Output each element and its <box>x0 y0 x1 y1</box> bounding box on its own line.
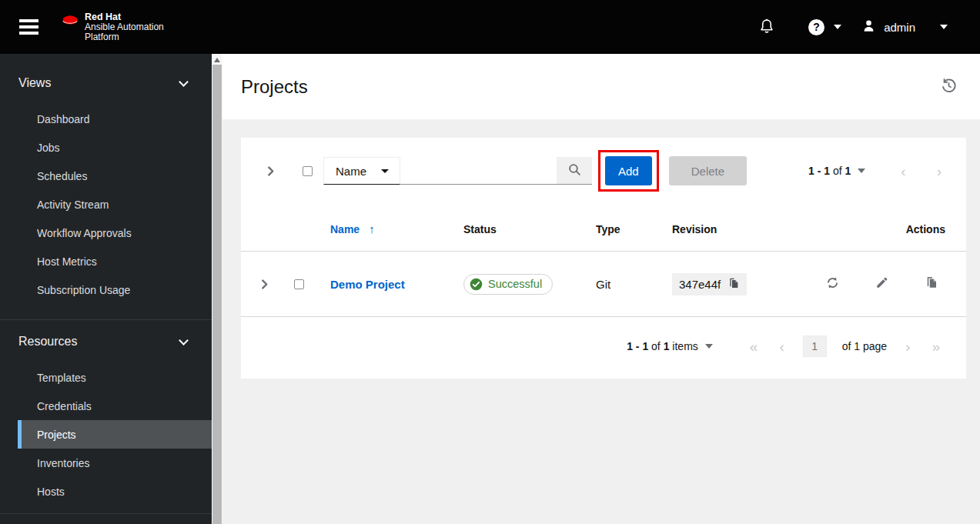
column-header-name[interactable]: Name ↑ <box>330 222 463 235</box>
row-actions <box>813 275 966 292</box>
page-of-label: of 1 page <box>842 340 887 352</box>
items-per-page-dropdown[interactable]: 1 - 1 of 1 items <box>627 340 713 352</box>
sidebar-item-jobs[interactable]: Jobs <box>18 133 212 162</box>
section-label: Views <box>18 76 51 90</box>
first-page-button[interactable]: « <box>747 339 761 354</box>
help-menu-button[interactable]: ? <box>808 19 841 35</box>
angle-right-icon: › <box>937 163 942 179</box>
angle-left-icon: ‹ <box>901 163 905 179</box>
sidebar-section-resources[interactable]: Resources <box>0 326 212 357</box>
add-button[interactable]: Add <box>605 156 652 185</box>
content-area: Name Add Delete 1 - 1 <box>222 119 980 524</box>
brand-logo: Red Hat Ansible Automation Platform <box>60 12 164 42</box>
column-header-type: Type <box>596 223 672 235</box>
top-pagination: 1 - 1 of 1 ‹ › <box>808 164 945 179</box>
sidebar-item-dashboard[interactable]: Dashboard <box>18 105 212 133</box>
table-row: Demo Project Successful Git <box>241 252 966 317</box>
last-page-button[interactable]: » <box>928 339 943 354</box>
bottom-pagination: 1 - 1 of 1 items « ‹ 1 of 1 page › » <box>241 317 966 379</box>
sidebar-item-credentials[interactable]: Credentials <box>18 392 212 420</box>
history-icon <box>941 85 957 96</box>
project-name-link[interactable]: Demo Project <box>330 278 405 291</box>
sidebar-item-activity-stream[interactable]: Activity Stream <box>18 190 212 219</box>
masthead: Red Hat Ansible Automation Platform ? <box>0 0 980 54</box>
prev-page-button[interactable]: ‹ <box>776 339 787 354</box>
notifications-button[interactable] <box>759 18 774 37</box>
brand-name: Red Hat <box>85 12 164 22</box>
redhat-hat-icon <box>60 12 80 30</box>
search-button[interactable] <box>557 157 592 185</box>
angle-left-icon: ‹ <box>779 339 784 355</box>
current-page-input[interactable]: 1 <box>803 335 827 357</box>
section-label: Resources <box>18 335 77 349</box>
sync-project-button[interactable] <box>825 275 840 292</box>
sidebar-item-hosts[interactable]: Hosts <box>18 477 212 506</box>
sidebar-item-subscription-usage[interactable]: Subscription Usage <box>18 275 212 304</box>
copy-project-button[interactable] <box>925 275 938 292</box>
sidebar-divider <box>0 513 212 514</box>
sidebar-section-views[interactable]: Views <box>0 68 212 98</box>
sidebar-item-projects[interactable]: Projects <box>18 420 212 449</box>
caret-down-icon <box>705 344 713 349</box>
page-title: Projects <box>241 76 308 98</box>
select-all-checkbox[interactable] <box>303 166 313 176</box>
sync-icon <box>825 275 840 292</box>
expand-all-button[interactable] <box>253 157 287 185</box>
history-button[interactable] <box>941 78 957 96</box>
chevron-down-icon <box>179 77 189 87</box>
column-header-actions: Actions <box>813 223 966 235</box>
bell-icon <box>759 18 774 37</box>
delete-button[interactable]: Delete <box>669 156 747 185</box>
copy-revision-button[interactable] <box>727 277 740 292</box>
row-checkbox[interactable] <box>294 279 304 289</box>
chevron-down-icon <box>179 335 189 345</box>
filter-key-dropdown[interactable]: Name <box>323 157 400 185</box>
list-toolbar: Name Add Delete 1 - 1 <box>241 138 966 204</box>
status-badge[interactable]: Successful <box>463 274 553 295</box>
chevron-down-icon <box>940 25 948 29</box>
copy-icon <box>925 275 938 292</box>
next-page-button[interactable]: › <box>934 164 945 179</box>
sidebar-item-inventories[interactable]: Inventories <box>18 449 212 477</box>
sidebar-divider <box>0 319 212 320</box>
scrollbar-up-arrow[interactable] <box>214 58 220 62</box>
brand-line2: Ansible Automation <box>85 22 164 32</box>
scrollbar-thumb[interactable] <box>212 65 222 524</box>
sidebar-item-host-metrics[interactable]: Host Metrics <box>18 247 212 275</box>
chevron-down-icon <box>834 25 841 29</box>
user-icon <box>861 18 876 35</box>
status-label: Successful <box>488 278 542 290</box>
angle-double-right-icon: » <box>932 339 940 355</box>
user-menu-button[interactable]: admin <box>861 18 948 35</box>
row-expand-button[interactable] <box>253 270 275 298</box>
filter-key-label: Name <box>336 165 366 178</box>
sidebar-item-workflow-approvals[interactable]: Workflow Approvals <box>18 219 212 247</box>
pagination-items-label: items <box>669 340 697 352</box>
brand-line3: Platform <box>85 32 164 42</box>
caret-down-icon <box>858 169 865 173</box>
edit-project-button[interactable] <box>875 275 889 292</box>
pagination-total: 1 <box>845 165 851 177</box>
content-scrollbar[interactable] <box>212 54 222 524</box>
user-name: admin <box>884 21 915 34</box>
next-page-button[interactable]: › <box>902 339 913 354</box>
table-header-row: Name ↑ Status Type Revision Actions <box>241 204 966 252</box>
page-header: Projects <box>222 54 980 119</box>
nav-toggle-button[interactable] <box>11 12 46 42</box>
angle-double-left-icon: « <box>750 339 758 355</box>
project-type: Git <box>596 278 672 291</box>
pagination-range: 1 - 1 <box>808 165 830 177</box>
sidebar-item-templates[interactable]: Templates <box>18 363 212 392</box>
prev-page-button[interactable]: ‹ <box>898 164 908 179</box>
sidebar-nav: Views Dashboard Jobs Schedules Activity … <box>0 54 212 524</box>
pencil-icon <box>875 275 889 292</box>
per-page-dropdown[interactable]: 1 - 1 of 1 <box>808 165 865 177</box>
search-input[interactable] <box>400 157 557 185</box>
help-icon: ? <box>808 19 824 35</box>
caret-down-icon <box>381 169 389 173</box>
sidebar-item-schedules[interactable]: Schedules <box>18 162 212 190</box>
revision-value: 347e44f <box>679 278 721 291</box>
search-icon <box>568 163 581 179</box>
projects-list-card: Name Add Delete 1 - 1 <box>241 138 966 379</box>
column-header-revision: Revision <box>672 223 813 235</box>
